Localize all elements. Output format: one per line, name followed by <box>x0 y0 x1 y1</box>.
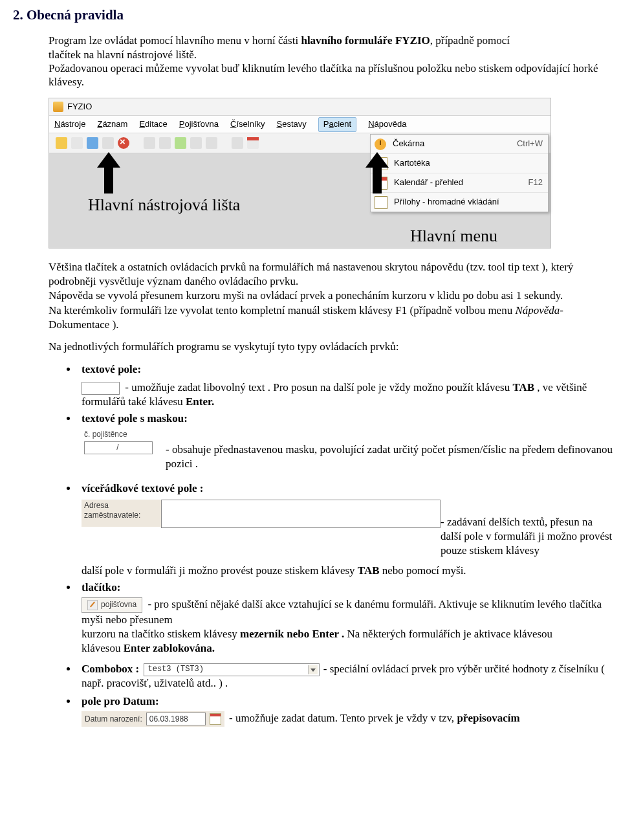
button-label: pojišťovna <box>101 600 136 610</box>
text: Na některých formulářích je aktivace klá… <box>344 628 552 640</box>
item-title: víceřádkové textové pole : <box>82 482 203 494</box>
toolbar-icon[interactable] <box>175 137 186 149</box>
mask-input[interactable]: / <box>84 441 153 454</box>
text: Většina tlačítek a ostatních ovládacích … <box>49 261 573 287</box>
text: nebo pomocí myši. <box>380 564 466 577</box>
dropdown-label: Čekárna <box>393 138 517 149</box>
dropdown-label: Kartotéka <box>394 158 543 169</box>
text-bold: mezerník nebo Enter . <box>240 628 344 640</box>
text: - obsahuje přednastavenou masku, povoluj… <box>166 443 615 471</box>
menu-nastroje[interactable]: Nástroje <box>54 119 85 130</box>
paragraph-tooltip: Většina tlačítek a ostatních ovládacích … <box>49 260 615 331</box>
annotation-menu: Hlavní menu <box>410 225 497 247</box>
text-bold: přepisovacím <box>457 712 519 724</box>
dropdown-item-kartoteka[interactable]: Kartotéka <box>371 154 548 173</box>
date-label: Datum narození: <box>85 714 142 725</box>
item-mask: textové pole s maskou: č. pojištěnce / -… <box>78 412 615 471</box>
text: - umožňuje zadat datum. Tento prvek je v… <box>229 712 457 724</box>
annotation-toolbar: Hlavní nástrojová lišta <box>88 194 243 216</box>
text: Na kterémkoliv formuláři lze vyvolat ten… <box>49 304 515 316</box>
sample-button[interactable]: pojišťovna <box>82 597 142 613</box>
text: - pro spuštění nějaké další akce vztahuj… <box>82 598 602 626</box>
text-bold: Enter zablokována. <box>124 642 215 654</box>
dropdown-label: Kalendář - přehled <box>394 177 528 188</box>
dropdown-pacient: Čekárna Ctrl+W Kartotéka Kalendář - přeh… <box>370 134 549 212</box>
text: Požadovanou operaci můžeme vyvolat buď k… <box>49 62 598 88</box>
text: další pole v formuláři ji možno provést … <box>82 564 358 577</box>
text: Program lze ovládat pomocí hlavního menu… <box>49 34 301 47</box>
combo-value: test3 (TST3) <box>148 665 204 675</box>
item-combobox: Combobox : test3 (TST3) - speciální ovlá… <box>78 662 615 691</box>
window-title: FYZIO <box>67 102 92 113</box>
toolbar-icon[interactable] <box>56 137 67 149</box>
item-button: tlačítko: pojišťovna - pro spuštění něja… <box>78 580 615 656</box>
text-italic: Nápověda- <box>515 304 563 316</box>
mask-label: č. pojištěnce <box>84 430 127 439</box>
sample-date-field: Datum narození: 06.03.1988 <box>82 711 224 727</box>
dropdown-shortcut: Ctrl+W <box>517 138 543 149</box>
text-bold: hlavního formuláře FYZIO <box>301 34 430 47</box>
menubar: Nástroje Záznam Editace Pojišťovna Čísel… <box>49 116 550 133</box>
date-value: 06.03.1988 <box>149 714 188 725</box>
calendar-icon[interactable] <box>210 713 221 725</box>
sample-combobox[interactable]: test3 (TST3) <box>144 663 320 676</box>
toolbar-icon[interactable] <box>159 137 171 149</box>
toolbar-icon[interactable] <box>206 137 217 149</box>
dropdown-shortcut: F12 <box>528 177 543 188</box>
menu-ciselniky[interactable]: Číselníky <box>230 119 265 130</box>
toolbar-icon[interactable] <box>232 137 243 149</box>
text: Nápověda se vyvolá přesunem kurzoru myši… <box>49 289 563 302</box>
window-titlebar: FYZIO <box>49 98 550 116</box>
text: klávesou <box>82 642 124 654</box>
paragraph-intro: Program lze ovládat pomocí hlavního menu… <box>49 34 615 89</box>
chevron-down-icon <box>308 665 318 674</box>
menu-pacient[interactable]: Pacient <box>318 117 356 132</box>
text: tlačítek na hlavní nástrojové liště. <box>49 49 197 61</box>
item-title: textové pole s maskou: <box>82 412 188 425</box>
toolbar-icon[interactable] <box>102 137 114 149</box>
dropdown-item-kalendar[interactable]: Kalendář - přehled F12 <box>371 173 548 193</box>
text: , případně pomocí <box>430 34 510 47</box>
paragraph-controls-intro: Na jednotlivých formulářích programu se … <box>49 340 615 353</box>
item-multiline: víceřádkové textové pole : Adresa zaměst… <box>78 481 615 577</box>
menu-pojistovna[interactable]: Pojišťovna <box>179 119 219 130</box>
text-bold: Enter. <box>186 395 214 408</box>
toolbar-icon[interactable] <box>144 137 155 149</box>
menu-zaznam[interactable]: Záznam <box>97 119 127 130</box>
menu-editace[interactable]: Editace <box>139 119 167 130</box>
text: kurzoru na tlačítko stiskem klávesy <box>82 628 240 640</box>
date-input[interactable]: 06.03.1988 <box>146 713 206 725</box>
mask-value: / <box>116 443 120 453</box>
dropdown-item-cekarna[interactable]: Čekárna Ctrl+W <box>371 135 548 154</box>
menu-sestavy[interactable]: Sestavy <box>277 119 307 130</box>
text: Dokumentace ). <box>49 318 119 331</box>
sample-mask-field: č. pojištěnce / <box>82 428 164 456</box>
item-title: pole pro Datum: <box>82 695 159 707</box>
dropdown-item-prilohy[interactable]: Přílohy - hromadné vkládání <box>371 193 548 212</box>
toolbar-calendar-icon[interactable] <box>247 137 259 149</box>
text: - zadávaní delších textů, přesun na dalš… <box>441 516 612 557</box>
app-icon <box>53 102 63 112</box>
text-bold: TAB <box>512 381 534 393</box>
clock-icon <box>375 138 386 150</box>
sample-text-input[interactable] <box>82 382 120 395</box>
item-date: pole pro Datum: Datum narození: 06.03.19… <box>78 694 615 727</box>
toolbar-icon[interactable] <box>71 137 83 149</box>
dropdown-label: Přílohy - hromadné vkládání <box>394 197 543 208</box>
item-title: textové pole: <box>82 363 141 375</box>
attach-icon <box>375 196 387 209</box>
item-title: tlačítko: <box>82 581 120 593</box>
section-heading: 2. Obecná pravidla <box>13 6 615 24</box>
item-textfield: textové pole: - umožňuje zadat libovolný… <box>78 362 615 409</box>
item-title: Combobox : <box>82 663 139 675</box>
toolbar-icon[interactable] <box>190 137 202 149</box>
menu-napoveda[interactable]: Nápověda <box>368 119 406 130</box>
pencil-icon <box>87 600 98 610</box>
toolbar-icon[interactable] <box>87 137 98 149</box>
text-bold: TAB <box>358 564 380 577</box>
multiline-textarea[interactable] <box>161 500 441 528</box>
arrow-icon <box>364 152 390 193</box>
multiline-label: Adresa zaměstnavatele: <box>82 500 161 527</box>
arrow-icon <box>96 152 122 193</box>
toolbar-close-icon[interactable] <box>118 137 129 149</box>
